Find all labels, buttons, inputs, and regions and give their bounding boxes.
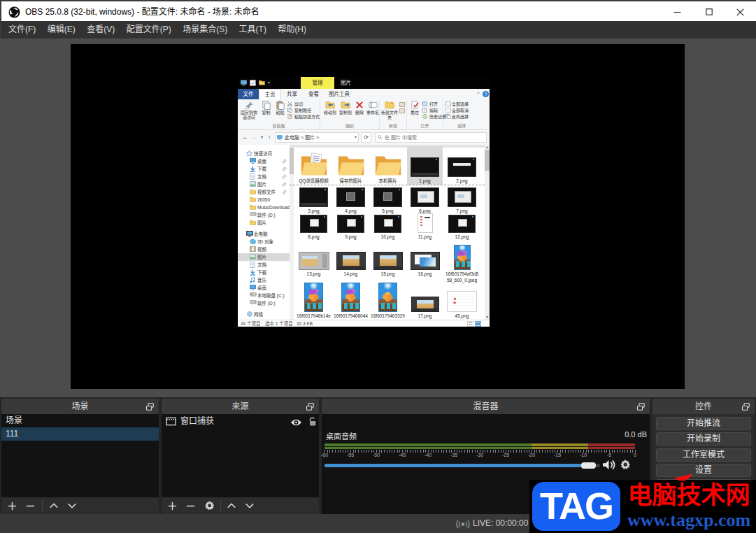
- move-source-down-button[interactable]: [245, 501, 255, 511]
- open-button[interactable]: 打开: [422, 101, 443, 108]
- menu-item[interactable]: 工具(T): [235, 21, 271, 38]
- scenes-dock-header[interactable]: 场景: [1, 399, 159, 414]
- explorer-tab[interactable]: 查看: [303, 89, 324, 99]
- controls-dock-header[interactable]: 控件: [652, 399, 755, 414]
- popout-icon[interactable]: [741, 401, 750, 411]
- file-tile[interactable]: 8.png: [297, 215, 331, 241]
- control-button[interactable]: 开始推流: [656, 417, 751, 430]
- pin-to-quick-access-button[interactable]: 固定到快速访问: [239, 101, 259, 120]
- chevron-down-icon[interactable]: ▾: [268, 80, 274, 86]
- breadcrumb-dropdown-icon[interactable]: ▾: [355, 133, 357, 142]
- explorer-tab[interactable]: 主页: [259, 89, 281, 99]
- invert-selection-button[interactable]: 反向选择: [445, 114, 479, 120]
- recent-locations-icon[interactable]: ▾: [261, 133, 263, 142]
- sources-dock-header[interactable]: 来源: [162, 399, 319, 414]
- nav-item[interactable]: 视频: [238, 246, 294, 253]
- ribbon-collapse-icon[interactable]: ⌃: [474, 89, 483, 99]
- popout-icon[interactable]: [306, 401, 315, 411]
- file-tile[interactable]: 3.png: [297, 187, 331, 215]
- remove-scene-button[interactable]: [25, 501, 36, 511]
- help-icon[interactable]: ?: [483, 91, 489, 97]
- menu-item[interactable]: 帮助(H): [273, 21, 311, 38]
- mixer-dock-header[interactable]: 混音器: [322, 399, 650, 414]
- nav-scrollbar-thumb[interactable]: [290, 148, 294, 174]
- file-tile[interactable]: 本机照片: [371, 152, 405, 185]
- forward-icon[interactable]: →: [252, 133, 258, 142]
- nav-item[interactable]: 下载: [238, 165, 294, 173]
- menu-item[interactable]: 场景集合(S): [178, 21, 231, 38]
- properties-button[interactable]: 属性: [408, 101, 421, 115]
- search-input[interactable]: [385, 133, 483, 142]
- file-tile[interactable]: 45.png: [445, 291, 479, 320]
- preview-canvas[interactable]: ▾ 管理 图片 文件 主页 共享 查看 图片工具 ⌃ ? 固定到快速访问 复制 …: [71, 44, 685, 389]
- nav-item[interactable]: 视频文件: [238, 188, 294, 196]
- menu-item[interactable]: 编辑(E): [43, 21, 80, 38]
- new-item-icon[interactable]: [399, 102, 405, 107]
- file-tile[interactable]: 保存的图片: [334, 152, 368, 185]
- close-button[interactable]: [725, 1, 756, 22]
- popout-icon[interactable]: [145, 401, 155, 411]
- nav-item[interactable]: 软件 (D:): [238, 211, 294, 219]
- nav-item[interactable]: 本地磁盘 (C:): [238, 292, 294, 299]
- source-list-item[interactable]: 窗口捕获: [162, 415, 319, 428]
- file-tile[interactable]: 4.png: [334, 187, 368, 215]
- nav-item[interactable]: 桌面: [238, 157, 294, 165]
- copy-button[interactable]: 复制: [259, 101, 273, 115]
- scene-list-item[interactable]: 场景: [1, 414, 159, 427]
- nav-item[interactable]: MusicDownload1: [238, 204, 294, 211]
- move-to-button[interactable]: 移动到: [323, 101, 337, 115]
- control-button[interactable]: 开始录制: [656, 432, 751, 446]
- file-tile[interactable]: 16f601794af3d858_600_0.jpeg: [445, 245, 479, 283]
- maximize-button[interactable]: [693, 1, 725, 22]
- file-tile[interactable]: 12.png: [445, 215, 479, 241]
- nav-item[interactable]: 音乐: [238, 276, 294, 284]
- move-scene-up-button[interactable]: [49, 501, 59, 511]
- volume-slider-handle[interactable]: [581, 462, 596, 469]
- file-tile[interactable]: 16f60179466044: [334, 283, 368, 320]
- nav-item[interactable]: 26050: [238, 196, 294, 204]
- menu-item[interactable]: 文件(F): [4, 21, 40, 38]
- delete-button[interactable]: 删除: [354, 101, 365, 115]
- nav-item[interactable]: 图片: [238, 180, 294, 188]
- nav-item[interactable]: 快速访问: [238, 150, 294, 157]
- file-tile[interactable]: 9.png: [334, 215, 368, 241]
- nav-item[interactable]: 3D 对象: [238, 238, 294, 246]
- file-tile[interactable]: 13.png: [297, 252, 331, 278]
- file-tile[interactable]: 11.png: [408, 213, 442, 241]
- nav-item[interactable]: 桌面: [238, 284, 294, 292]
- paste-shortcut-button[interactable]: 粘贴快捷方式: [287, 114, 320, 120]
- source-properties-button[interactable]: [204, 501, 215, 511]
- thumbnail-view-button[interactable]: [475, 321, 481, 327]
- file-tile[interactable]: 5.png: [371, 187, 405, 215]
- rename-button[interactable]: 重命名: [366, 101, 379, 115]
- menu-item[interactable]: 配置文件(P): [122, 21, 176, 38]
- select-all-button[interactable]: 全部选择: [445, 101, 479, 108]
- nav-item[interactable]: 文档: [238, 173, 294, 180]
- lock-icon[interactable]: [308, 417, 317, 431]
- file-tile[interactable]: 16f60179463329: [371, 283, 405, 320]
- edit-button[interactable]: 编辑: [422, 108, 443, 114]
- explorer-tab[interactable]: 图片工具: [324, 89, 354, 99]
- nav-item[interactable]: 图片: [238, 219, 294, 227]
- select-none-button[interactable]: 全部取消: [445, 108, 479, 114]
- move-scene-down-button[interactable]: [67, 501, 78, 511]
- up-icon[interactable]: ↑: [268, 133, 271, 142]
- details-view-button[interactable]: [467, 321, 473, 327]
- scene-list-item[interactable]: 111: [1, 427, 159, 441]
- file-tile[interactable]: 10.png: [371, 215, 405, 241]
- file-tile[interactable]: 16f6017946b14e: [297, 283, 331, 320]
- cut-button[interactable]: 剪切: [287, 101, 320, 108]
- file-scrollbar[interactable]: ▲ ▼: [485, 145, 490, 320]
- file-tile[interactable]: 6.png: [408, 187, 442, 215]
- nav-item[interactable]: 图片: [238, 253, 294, 261]
- move-source-up-button[interactable]: [227, 501, 237, 511]
- paste-button[interactable]: 粘贴: [273, 101, 287, 115]
- nav-item[interactable]: 下载: [238, 269, 294, 276]
- back-icon[interactable]: ←: [242, 133, 248, 142]
- file-tile[interactable]: 15.png: [371, 252, 405, 278]
- file-tile[interactable]: 2.png: [445, 157, 479, 185]
- file-tile[interactable]: 1.png: [408, 157, 442, 185]
- history-button[interactable]: 历史记录: [422, 114, 443, 120]
- file-tile[interactable]: QQ浏览器视频: [297, 152, 331, 185]
- menu-item[interactable]: 查看(V): [83, 21, 119, 38]
